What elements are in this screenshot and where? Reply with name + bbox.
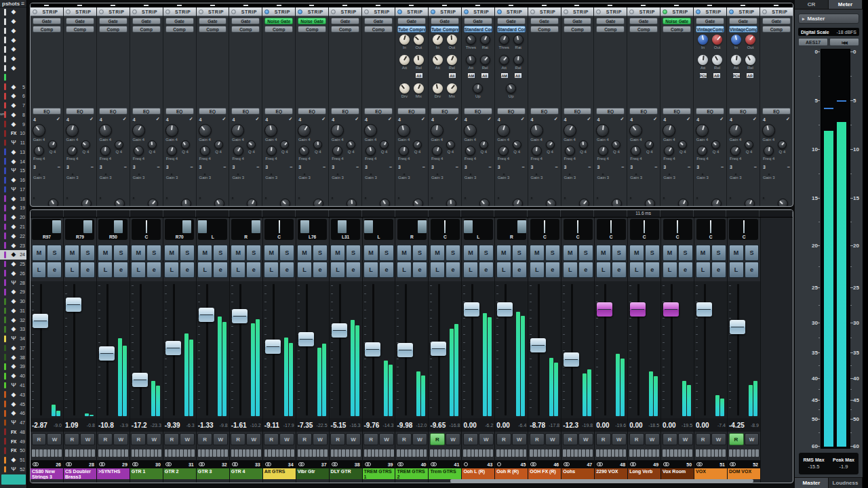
comp-button[interactable]: Comp bbox=[66, 26, 94, 33]
send-slot[interactable] bbox=[188, 449, 191, 457]
eq-button[interactable]: EQ bbox=[331, 108, 359, 115]
write-automation-button[interactable]: W bbox=[446, 433, 460, 445]
comp-button[interactable]: Comp bbox=[629, 26, 658, 33]
q-4-knob[interactable] bbox=[214, 140, 223, 149]
read-automation-button[interactable]: R bbox=[696, 433, 711, 445]
q-4-knob[interactable] bbox=[645, 140, 654, 149]
fader-cap[interactable] bbox=[696, 302, 712, 317]
sidebar-channel-row[interactable]: ◆26 bbox=[0, 268, 26, 278]
gate-button[interactable]: Gate bbox=[33, 18, 61, 24]
mute-button[interactable]: M bbox=[32, 245, 47, 261]
sidebar-channel-row[interactable]: FX49 bbox=[0, 436, 26, 446]
comp-button[interactable]: Comp bbox=[331, 26, 359, 33]
listen-button[interactable]: L bbox=[530, 262, 545, 278]
master-select-button[interactable]: Master bbox=[798, 14, 859, 24]
send-slot[interactable] bbox=[32, 449, 35, 457]
comp-button[interactable]: Comp bbox=[132, 26, 161, 33]
channel-name[interactable]: DLY GTR bbox=[330, 468, 362, 479]
all-button[interactable]: All bbox=[415, 73, 423, 79]
channel-name[interactable]: GTR 4 bbox=[230, 468, 262, 479]
fader-cap[interactable] bbox=[66, 298, 81, 312]
freq-4-knob[interactable] bbox=[67, 146, 77, 156]
gain-4-knob[interactable] bbox=[33, 124, 45, 137]
eq-knob[interactable] bbox=[115, 199, 125, 206]
send-slot[interactable] bbox=[420, 449, 423, 457]
send-slot[interactable] bbox=[619, 449, 623, 457]
up-knob[interactable] bbox=[473, 83, 483, 94]
read-automation-button[interactable]: R bbox=[231, 433, 245, 445]
mute-button[interactable]: M bbox=[430, 245, 445, 261]
send-slot[interactable] bbox=[463, 449, 467, 457]
drv-knob[interactable] bbox=[399, 83, 410, 94]
channel-name[interactable]: >SYNTHS bbox=[97, 468, 130, 479]
solo-button[interactable]: S bbox=[745, 245, 760, 261]
gain-3-knob[interactable] bbox=[72, 174, 73, 175]
sidebar-channel-row[interactable]: ◆32 bbox=[0, 315, 26, 325]
q-4-knob[interactable] bbox=[711, 140, 720, 149]
freq-4-knob[interactable] bbox=[100, 146, 111, 156]
read-automation-button[interactable]: R bbox=[131, 433, 146, 445]
eq-knob[interactable] bbox=[446, 199, 456, 206]
att-knob[interactable] bbox=[466, 55, 476, 65]
freq-4-knob[interactable] bbox=[366, 146, 376, 156]
solo-button[interactable]: S bbox=[246, 245, 261, 261]
eq-button[interactable]: EQ bbox=[199, 108, 227, 115]
write-automation-button[interactable]: W bbox=[745, 433, 760, 445]
edit-button[interactable]: e bbox=[479, 262, 494, 278]
mute-button[interactable]: M bbox=[397, 245, 412, 261]
gain-3-knob[interactable] bbox=[370, 174, 372, 175]
eq-button[interactable]: EQ bbox=[298, 108, 326, 115]
edit-button[interactable]: e bbox=[446, 262, 460, 278]
sidebar-channel-row[interactable]: ◆33 bbox=[0, 325, 26, 334]
mute-button[interactable]: M bbox=[663, 245, 677, 261]
edit-button[interactable]: e bbox=[279, 262, 294, 278]
strip-header[interactable]: STRIP bbox=[429, 7, 461, 16]
channel-name[interactable]: DOM VOX bbox=[728, 468, 760, 479]
listen-button[interactable]: L bbox=[131, 262, 146, 278]
send-slot[interactable] bbox=[155, 449, 158, 457]
send-slot[interactable] bbox=[320, 449, 323, 457]
send-slot[interactable] bbox=[272, 449, 275, 457]
channel-name[interactable]: Oohs bbox=[561, 468, 594, 479]
gain-4-knob[interactable] bbox=[264, 124, 277, 137]
att-knob[interactable] bbox=[698, 55, 708, 65]
write-automation-button[interactable]: W bbox=[213, 433, 228, 445]
pan-control[interactable]: L31 bbox=[331, 219, 360, 240]
eq-button[interactable]: EQ bbox=[629, 108, 658, 115]
send-slot[interactable] bbox=[92, 449, 95, 457]
sidebar-channel-row[interactable]: ◆30 bbox=[0, 297, 26, 306]
eq-knob[interactable] bbox=[133, 197, 134, 199]
send-slot[interactable] bbox=[69, 449, 73, 457]
fader-cap[interactable] bbox=[431, 342, 446, 356]
send-slot[interactable] bbox=[184, 449, 187, 457]
eq-knob[interactable] bbox=[265, 197, 267, 199]
channel-name[interactable]: Ooh R (R) bbox=[495, 468, 528, 479]
comp-button[interactable]: Comp bbox=[231, 26, 260, 33]
drv-knob[interactable] bbox=[433, 83, 443, 94]
read-automation-button[interactable]: R bbox=[530, 433, 545, 445]
eq-knob[interactable] bbox=[711, 199, 722, 206]
sidebar-channel-row[interactable]: ◆21 bbox=[0, 222, 26, 232]
sidebar-channel-row[interactable]: ◆ bbox=[0, 54, 26, 64]
sidebar-channel-row[interactable]: ◆23 bbox=[0, 241, 26, 250]
eq-knob[interactable] bbox=[579, 199, 589, 206]
solo-button[interactable]: S bbox=[379, 245, 394, 261]
listen-button[interactable]: L bbox=[663, 262, 677, 278]
send-slot[interactable] bbox=[324, 449, 328, 457]
gain-4-knob[interactable] bbox=[199, 124, 212, 137]
read-automation-button[interactable]: R bbox=[563, 433, 578, 445]
sidebar-channel-row[interactable]: Ψ11 bbox=[0, 138, 26, 148]
strip-header[interactable]: STRIP bbox=[660, 7, 693, 16]
solo-button[interactable]: S bbox=[612, 245, 627, 261]
strip-header[interactable]: STRIP bbox=[64, 7, 96, 16]
write-automation-button[interactable]: W bbox=[346, 433, 361, 445]
send-slot[interactable] bbox=[39, 449, 43, 457]
send-slot[interactable] bbox=[508, 449, 511, 457]
strip-header[interactable]: STRIP bbox=[97, 7, 130, 16]
pan-control[interactable]: C bbox=[597, 219, 626, 240]
eq-knob[interactable] bbox=[465, 197, 466, 199]
q-4-knob[interactable] bbox=[745, 140, 753, 149]
freq-4-knob[interactable] bbox=[267, 146, 277, 156]
sidebar-channel-row[interactable]: ◆51 bbox=[0, 455, 26, 465]
gain-4-knob[interactable] bbox=[762, 124, 775, 137]
